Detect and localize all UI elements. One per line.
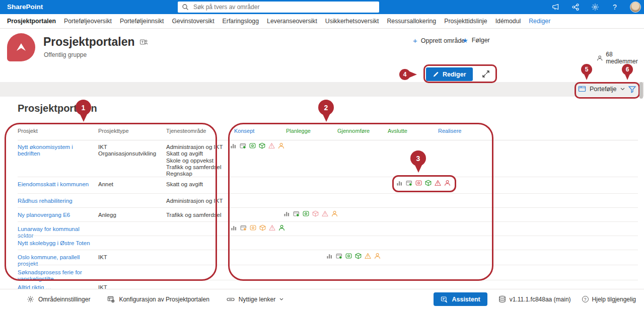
command-bar: Rediger: [0, 65, 644, 82]
annotation-rect-3: [392, 175, 456, 192]
suite-actions: ?: [551, 0, 641, 14]
nav-item-erfaringslogg[interactable]: Erfaringslogg: [223, 18, 259, 25]
nav-item-portef-ljeinnsikt[interactable]: Porteføljeinnsikt: [120, 18, 164, 25]
nav-item-prosjektportalen[interactable]: Prosjektportalen: [7, 18, 56, 25]
footer-links: OmrådeinnstillingerKonfigurasjon av Pros…: [0, 295, 283, 303]
org-share-icon[interactable]: [571, 3, 580, 12]
search-icon: [182, 4, 189, 11]
annotation-balloon-1: 1: [76, 100, 91, 115]
link-icon: [227, 296, 235, 303]
global-search[interactable]: [178, 2, 379, 13]
scrollbar-thumb[interactable]: [639, 82, 643, 99]
members-count[interactable]: 68 medlemmer: [597, 51, 644, 65]
site-title: Prosjektportalen: [43, 35, 135, 49]
annotation-rect-2: [228, 123, 493, 281]
gear-icon: [27, 295, 34, 303]
follow-button[interactable]: ★ Følger: [462, 37, 490, 44]
annotation-balloon-5: 5: [581, 64, 592, 75]
assistant-icon: [441, 296, 448, 303]
nav-item-prosjekttidslinje[interactable]: Prosjekttidslinje: [444, 18, 487, 25]
config-icon: [107, 295, 115, 303]
site-title-row: Prosjektportalen: [43, 35, 148, 49]
star-icon: ★: [462, 37, 468, 44]
search-input[interactable]: [192, 3, 375, 11]
create-area-button[interactable]: + Opprett område: [413, 37, 465, 44]
chevron-down-icon: [279, 298, 283, 300]
annotation-rect-4: [423, 64, 497, 83]
help-icon[interactable]: ?: [610, 3, 619, 12]
annotation-balloon-4: 4: [399, 69, 410, 80]
nav-item-rediger[interactable]: Rediger: [529, 18, 550, 25]
footer-bar: OmrådeinnstillingerKonfigurasjon av Pros…: [0, 289, 644, 309]
nav-item-usikkerhetsoversikt[interactable]: Usikkerhetsoversikt: [325, 18, 379, 25]
logo-mountain-icon: [13, 39, 29, 55]
assistant-button[interactable]: Assistent: [434, 292, 487, 306]
person-icon: [597, 55, 603, 61]
nav-item-id-modul[interactable]: Idémodul: [495, 18, 521, 25]
teams-icon: [140, 35, 148, 49]
help-available[interactable]: ? Hjelp tilgjengelig: [582, 296, 636, 303]
sharepoint-page: SharePoint ? ProsjektportalenPorteføljeo…: [0, 0, 644, 309]
version-label: v1.11.1.fc848aa (main): [498, 295, 571, 303]
plus-icon: +: [413, 37, 417, 44]
nav-item-leveranseoversikt[interactable]: Leveranseoversikt: [267, 18, 317, 25]
table-row: Alltid riktig …IKT: [0, 280, 644, 289]
annotation-balloon-6: 6: [622, 64, 633, 75]
site-logo[interactable]: [7, 33, 35, 61]
annotation-balloon-2: 2: [318, 100, 334, 115]
footer-nyttige-lenker[interactable]: Nyttige lenker: [227, 296, 283, 303]
megaphone-icon[interactable]: [551, 3, 560, 12]
annotation-rect-1: [5, 123, 217, 281]
nav-item-gevinstoversikt[interactable]: Gevinstoversikt: [172, 18, 214, 25]
site-header: Prosjektportalen Offentlig gruppe + Oppr…: [0, 29, 644, 65]
footer-right: Assistent v1.11.1.fc848aa (main) ? Hjelp…: [434, 289, 636, 309]
nav-item-portef-ljeoversikt[interactable]: Porteføljeoversikt: [64, 18, 112, 25]
footer-omr-deinnstillinger[interactable]: Områdeinnstillinger: [27, 295, 90, 303]
avatar[interactable]: [630, 2, 641, 13]
nav-item-ressursallokering[interactable]: Ressursallokering: [387, 18, 436, 25]
database-icon: [498, 295, 506, 303]
help-circle-icon: ?: [582, 296, 589, 302]
site-privacy-label: Offentlig gruppe: [44, 51, 87, 58]
view-toolbar: Portefølje: [0, 82, 644, 97]
footer-konfigurasjon-av-prosjektportalen[interactable]: Konfigurasjon av Prosjektportalen: [107, 295, 209, 303]
annotation-balloon-3: 3: [410, 150, 426, 166]
site-nav: ProsjektportalenPorteføljeoversiktPortef…: [0, 14, 644, 29]
app-title: SharePoint: [7, 3, 43, 11]
annotation-rect-5-6: [575, 82, 640, 99]
gear-icon[interactable]: [591, 3, 600, 12]
suite-bar: SharePoint ?: [0, 0, 644, 14]
